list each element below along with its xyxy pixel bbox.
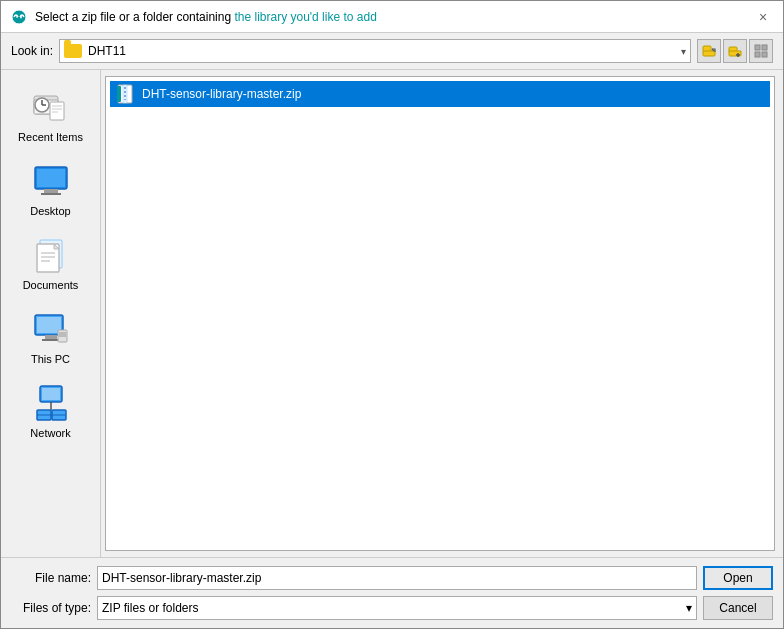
sidebar-documents-label: Documents	[23, 279, 79, 291]
file-item[interactable]: DHT-sensor-library-master.zip	[110, 81, 770, 107]
toolbar: Look in: DHT11 ▾	[1, 33, 783, 70]
title-bar: Select a zip file or a folder containing…	[1, 1, 783, 33]
folder-icon	[64, 44, 82, 58]
svg-rect-15	[50, 102, 64, 120]
file-area[interactable]: DHT-sensor-library-master.zip	[105, 76, 775, 551]
file-type-select[interactable]: ZIP files or folders ▾	[97, 596, 697, 620]
look-in-value: DHT11	[88, 44, 126, 58]
svg-rect-34	[42, 339, 60, 341]
svg-rect-32	[37, 317, 61, 333]
desktop-icon	[31, 161, 71, 201]
svg-rect-46	[117, 86, 121, 102]
sidebar: Recent Items Desktop	[1, 70, 101, 557]
bottom-area: File name: Open Files of type: ZIP files…	[1, 557, 783, 628]
sidebar-desktop-label: Desktop	[30, 205, 70, 217]
look-in-combo[interactable]: DHT11 ▾	[59, 39, 691, 63]
file-dialog: Select a zip file or a folder containing…	[0, 0, 784, 629]
main-area: Recent Items Desktop	[1, 70, 783, 557]
view-options-button[interactable]	[749, 39, 773, 63]
cancel-button[interactable]: Cancel	[703, 596, 773, 620]
sidebar-item-network[interactable]: Network	[6, 376, 96, 446]
documents-icon	[31, 235, 71, 275]
view-icon	[754, 44, 768, 58]
file-name-input[interactable]	[97, 566, 697, 590]
network-icon	[31, 383, 71, 423]
svg-rect-33	[45, 335, 57, 339]
sidebar-this-pc-label: This PC	[31, 353, 70, 365]
open-button[interactable]: Open	[703, 566, 773, 590]
svg-rect-5	[703, 51, 715, 56]
up-icon	[702, 44, 716, 58]
file-name-row: File name: Open	[11, 566, 773, 590]
svg-rect-9	[755, 45, 760, 50]
svg-rect-25	[41, 193, 61, 195]
svg-rect-11	[755, 52, 760, 57]
file-name-label: File name:	[11, 571, 91, 585]
combo-arrow-icon: ▾	[681, 46, 686, 57]
new-folder-icon	[728, 44, 742, 58]
svg-rect-24	[44, 189, 58, 193]
file-type-label: Files of type:	[11, 601, 91, 615]
look-in-label: Look in:	[11, 44, 53, 58]
toolbar-buttons	[697, 39, 773, 63]
svg-rect-23	[37, 169, 65, 187]
svg-rect-10	[762, 45, 767, 50]
app-icon	[11, 9, 27, 25]
svg-rect-12	[762, 52, 767, 57]
file-type-value: ZIP files or folders	[102, 601, 198, 615]
close-button[interactable]: ×	[753, 7, 773, 27]
sidebar-recent-items-label: Recent Items	[18, 131, 83, 143]
dialog-title: Select a zip file or a folder containing…	[35, 10, 377, 24]
file-type-arrow-icon: ▾	[686, 601, 692, 615]
sidebar-item-desktop[interactable]: Desktop	[6, 154, 96, 224]
sidebar-item-documents[interactable]: Documents	[6, 228, 96, 298]
create-folder-button[interactable]	[723, 39, 747, 63]
svg-rect-36	[59, 332, 66, 337]
sidebar-item-recent-items[interactable]: Recent Items	[6, 80, 96, 150]
zip-file-icon	[116, 84, 136, 104]
nav-up-button[interactable]	[697, 39, 721, 63]
sidebar-network-label: Network	[30, 427, 70, 439]
file-item-name: DHT-sensor-library-master.zip	[142, 87, 301, 101]
svg-rect-38	[42, 388, 60, 400]
sidebar-item-this-pc[interactable]: This PC	[6, 302, 96, 372]
file-type-row: Files of type: ZIP files or folders ▾ Ca…	[11, 596, 773, 620]
recent-items-icon	[31, 87, 71, 127]
title-bar-left: Select a zip file or a folder containing…	[11, 9, 377, 25]
this-pc-icon	[31, 309, 71, 349]
